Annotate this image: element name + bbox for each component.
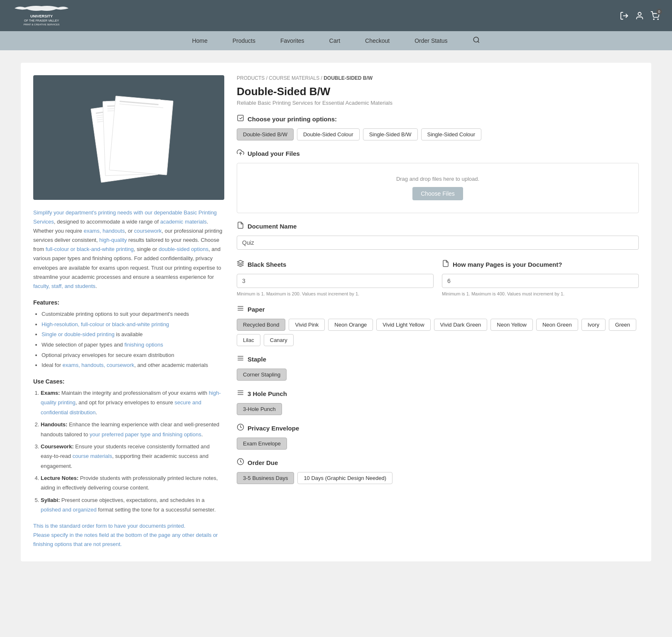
- staple-icon: [237, 354, 244, 364]
- logout-icon[interactable]: [620, 11, 629, 20]
- paper-label: Paper: [248, 306, 265, 313]
- upload-area[interactable]: Drag and drop files here to upload. Choo…: [237, 163, 639, 213]
- choose-files-button[interactable]: Choose Files: [412, 187, 463, 200]
- use-case-item: Handouts: Enhance the learning experienc…: [41, 420, 224, 439]
- top-header: UNIVERSITY OF THE FRASER VALLEY PRINT & …: [0, 0, 672, 31]
- paper-recycled-bond[interactable]: Recycled Bond: [237, 319, 285, 331]
- features-section: Features: Customizable printing options …: [33, 299, 224, 371]
- main-wrap: Simplify your department's printing need…: [0, 50, 672, 574]
- nav-products[interactable]: Products: [233, 37, 255, 44]
- nav-order-status[interactable]: Order Status: [414, 37, 447, 44]
- printing-options-group: Double-Sided B/W Double-Sided Colour Sin…: [237, 128, 639, 140]
- black-sheets-input[interactable]: [237, 274, 434, 288]
- black-sheets-header: Black Sheets: [237, 260, 434, 269]
- paper-vivid-light-yellow[interactable]: Vivid Light Yellow: [376, 319, 430, 331]
- use-case-item: Coursework: Ensure your students receive…: [41, 442, 224, 471]
- note-line-2: Please specify in the notes field at the…: [33, 531, 224, 549]
- document-name-label: Document Name: [248, 223, 297, 230]
- nav-bar: Home Products Favorites Cart Checkout Or…: [0, 31, 672, 50]
- nav-home[interactable]: Home: [192, 37, 207, 44]
- pages-input[interactable]: [442, 274, 639, 288]
- svg-line-8: [478, 41, 479, 42]
- content-card: Simplify your department's printing need…: [21, 63, 651, 561]
- svg-point-5: [653, 19, 654, 20]
- svg-point-4: [638, 12, 641, 15]
- nav-cart[interactable]: Cart: [329, 37, 340, 44]
- feature-item: Ideal for exams, handouts, coursework, a…: [42, 360, 224, 371]
- paper-options-group: Recycled Bond Vivid Pink Neon Orange Viv…: [237, 319, 639, 346]
- product-title: Double-Sided B/W: [237, 85, 639, 98]
- paper-neon-yellow[interactable]: Neon Yellow: [491, 319, 533, 331]
- document-name-header: Document Name: [237, 221, 639, 231]
- paper-stack: [87, 88, 170, 187]
- feature-item: Optional privacy envelopes for secure ex…: [42, 350, 224, 361]
- option-double-sided-bw[interactable]: Double-Sided B/W: [237, 128, 294, 140]
- paper-neon-orange[interactable]: Neon Orange: [328, 319, 373, 331]
- paper-neon-green[interactable]: Neon Green: [536, 319, 578, 331]
- upload-drag-text: Drag and drop files here to upload.: [250, 176, 626, 182]
- hole-punch-icon: [237, 389, 244, 398]
- breadcrumb-products[interactable]: PRODUCTS: [237, 75, 265, 81]
- paper-vivid-pink[interactable]: Vivid Pink: [289, 319, 325, 331]
- clock-icon: [237, 458, 244, 467]
- option-single-sided-bw[interactable]: Single-Sided B/W: [363, 128, 418, 140]
- hole-punch-header: 3 Hole Punch: [237, 389, 639, 398]
- paper-green[interactable]: Green: [609, 319, 636, 331]
- cart-count: 0: [656, 9, 662, 15]
- svg-point-6: [657, 19, 658, 20]
- breadcrumb-course-materials[interactable]: COURSE MATERIALS: [269, 75, 319, 81]
- use-case-item: Lecture Notes: Provide students with pro…: [41, 473, 224, 493]
- black-sheets-label: Black Sheets: [248, 261, 286, 268]
- feature-item: Customizable printing options to suit yo…: [42, 309, 224, 320]
- note-text: This is the standard order form to have …: [33, 521, 224, 549]
- use-cases-title: Use Cases:: [33, 378, 224, 385]
- document-pages-icon: [442, 260, 449, 269]
- paper-icon: [237, 305, 244, 314]
- breadcrumb-current: DOUBLE-SIDED B/W: [324, 75, 373, 81]
- use-cases-list: Exams: Maintain the integrity and profes…: [33, 388, 224, 515]
- nav-favorites[interactable]: Favorites: [280, 37, 304, 44]
- hole-punch-label: 3 Hole Punch: [248, 390, 287, 397]
- svg-text:UNIVERSITY: UNIVERSITY: [30, 14, 53, 18]
- privacy-envelope-options-group: Exam Envelope: [237, 438, 639, 450]
- logo: UNIVERSITY OF THE FRASER VALLEY PRINT & …: [12, 4, 71, 27]
- header-icons: 0: [620, 11, 660, 20]
- user-icon[interactable]: [635, 11, 644, 20]
- hole-punch-options-group: 3-Hole Punch: [237, 403, 639, 415]
- checkmark-icon: [237, 114, 244, 123]
- privacy-icon: [237, 423, 244, 433]
- paper-vivid-dark-green[interactable]: Vivid Dark Green: [434, 319, 488, 331]
- option-single-sided-colour[interactable]: Single-Sided Colour: [421, 128, 482, 140]
- option-double-sided-colour[interactable]: Double-Sided Colour: [297, 128, 360, 140]
- svg-point-7: [473, 37, 478, 42]
- description-main: Simplify your department's printing need…: [33, 208, 224, 291]
- order-due-options-group: 3-5 Business Days 10 Days (Graphic Desig…: [237, 472, 639, 484]
- order-due-label: Order Due: [248, 459, 278, 466]
- upload-header: Upload your Files: [237, 149, 639, 158]
- svg-rect-9: [238, 115, 243, 121]
- hole-punch-3[interactable]: 3-Hole Punch: [237, 403, 282, 415]
- order-due-header: Order Due: [237, 458, 639, 467]
- staple-header: Staple: [237, 354, 639, 364]
- document-name-input[interactable]: [237, 236, 639, 250]
- right-column: PRODUCTS / COURSE MATERIALS / DOUBLE-SID…: [237, 75, 639, 549]
- order-3-5-days[interactable]: 3-5 Business Days: [237, 472, 294, 484]
- cart-wrap: 0: [650, 11, 660, 20]
- features-list: Customizable printing options to suit yo…: [33, 309, 224, 371]
- search-icon[interactable]: [473, 36, 480, 45]
- privacy-exam-envelope[interactable]: Exam Envelope: [237, 438, 287, 450]
- paper-ivory[interactable]: Ivory: [581, 319, 606, 331]
- black-sheets-group: Black Sheets Minimum is 1. Maximum is 20…: [237, 251, 434, 296]
- paper-lilac[interactable]: Lilac: [237, 334, 260, 346]
- nav-checkout[interactable]: Checkout: [365, 37, 390, 44]
- order-10-days[interactable]: 10 Days (Graphic Design Needed): [297, 472, 392, 484]
- svg-text:PRINT & CREATIVE SERVICES: PRINT & CREATIVE SERVICES: [24, 23, 60, 26]
- privacy-envelope-label: Privacy Envelope: [248, 425, 299, 432]
- staple-corner[interactable]: Corner Stapling: [237, 369, 287, 381]
- paper-canary[interactable]: Canary: [264, 334, 294, 346]
- product-image: [33, 75, 224, 200]
- svg-marker-11: [238, 261, 244, 264]
- paper-header: Paper: [237, 305, 639, 314]
- staple-options-group: Corner Stapling: [237, 369, 639, 381]
- pages-label: How many Pages is your Document?: [453, 261, 562, 268]
